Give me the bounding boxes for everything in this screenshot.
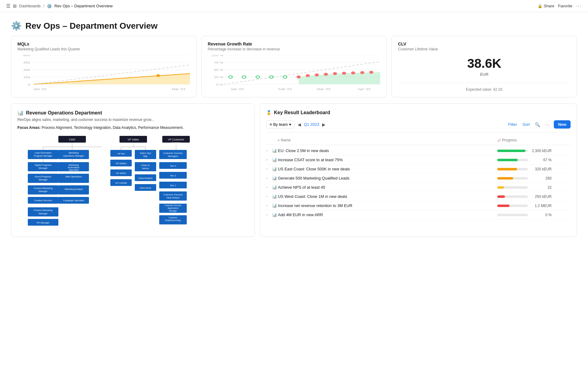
revenue-growth-chart: 100 % 75 % 50 % 25 % 0 %	[208, 55, 380, 92]
row-progress: 22	[497, 185, 571, 190]
grid-icon[interactable]: ⊞	[13, 3, 17, 9]
svg-text:75 %: 75 %	[214, 61, 223, 64]
svg-text:Manager: Manager	[39, 190, 48, 193]
svg-text:Customer Success: Customer Success	[164, 152, 183, 154]
page-header-icon: ⚙️	[11, 21, 22, 31]
table-row[interactable]: • 📊 Increase CSAT score to at least 75% …	[266, 155, 571, 165]
dashboards-link[interactable]: Dashboards	[19, 4, 41, 8]
lock-icon: 🔒	[538, 4, 542, 8]
progress-value: 250 kEUR	[530, 194, 552, 199]
svg-point-11	[156, 74, 160, 77]
progress-bar-fill	[497, 168, 517, 170]
svg-point-33	[324, 73, 328, 76]
row-progress: 67 %	[497, 158, 571, 162]
next-quarter-button[interactable]: ▶	[320, 122, 327, 128]
progress-bar-fill	[497, 186, 504, 189]
svg-text:Operations Manager: Operations Manager	[63, 154, 84, 157]
favorite-button[interactable]: Favorite	[558, 4, 572, 8]
hamburger-icon[interactable]: ☰	[6, 3, 10, 9]
svg-rect-105	[135, 162, 156, 171]
filter-button[interactable]: Filter	[506, 121, 519, 128]
svg-text:Enablement Mngr: Enablement Mngr	[165, 219, 181, 222]
svg-text:Apr '23: Apr '23	[358, 87, 370, 90]
dept-title-text: Revenue Operations Department	[26, 110, 102, 116]
leaderboard-table: ≡ Name 📈 Progress • 📊 EU: Close 2.5M in …	[266, 137, 571, 220]
progress-bar-wrap	[497, 214, 528, 216]
svg-text:VP APAC: VP APAC	[116, 172, 126, 175]
clv-currency: EUR	[398, 72, 571, 77]
svg-text:450: 450	[23, 61, 30, 64]
table-row[interactable]: • 📊 US East Coast: Close 500K in new dea…	[266, 165, 571, 174]
clv-value: 38.6K	[398, 56, 571, 71]
leaderboard-icon: 🏅	[266, 110, 271, 115]
mqls-title: MQLs	[17, 42, 190, 46]
svg-point-36	[351, 72, 355, 74]
svg-text:Tier 1: Tier 1	[170, 184, 176, 187]
dept-focus: Focus Areas: Process Alignment, Technolo…	[17, 125, 248, 130]
svg-rect-113	[159, 150, 187, 159]
svg-text:Marketing Analyst: Marketing Analyst	[64, 188, 83, 191]
svg-text:Digital Programs: Digital Programs	[35, 164, 52, 166]
mqls-chart: 600 450 300 150 0 Jan '23 Mar '23	[17, 55, 190, 92]
more-options-button[interactable]: ···	[543, 121, 552, 128]
row-name: US East Coast: Close 500K in new deals	[278, 167, 497, 171]
row-progress: 260	[497, 176, 571, 180]
share-label: Share	[544, 4, 554, 8]
svg-text:VP Customer: VP Customer	[168, 138, 184, 141]
svg-point-32	[315, 74, 318, 76]
progress-bar-fill	[497, 177, 513, 180]
progress-bar-wrap	[497, 150, 528, 152]
focus-label: Focus Areas:	[17, 125, 41, 130]
prev-quarter-button[interactable]: ◀	[296, 122, 303, 128]
svg-text:Data Analyst: Data Analyst	[139, 177, 153, 180]
progress-value: 0 %	[530, 213, 552, 217]
search-button[interactable]: 🔍	[534, 121, 541, 128]
row-progress: 320 kEUR	[497, 167, 571, 171]
by-team-label: By team	[273, 122, 288, 127]
svg-text:50 %: 50 %	[214, 68, 223, 71]
dept-icon: 📊	[17, 110, 24, 116]
progress-bar-wrap	[497, 159, 528, 161]
svg-text:150: 150	[23, 75, 30, 79]
progress-bar-fill	[497, 205, 509, 207]
row-name: Achieve NPS of at least 45	[278, 185, 497, 190]
dept-description: RevOps aligns sales, marketing, and cust…	[17, 118, 248, 122]
table-row[interactable]: • 📊 EU: Close 2.5M in new deals 2,300 kE…	[266, 146, 571, 155]
svg-text:100 %: 100 %	[211, 55, 223, 57]
svg-point-34	[333, 72, 337, 75]
svg-text:Content Marketing: Content Marketing	[34, 187, 52, 190]
new-button[interactable]: New	[554, 120, 571, 129]
svg-text:Tier 3: Tier 3	[170, 165, 176, 167]
share-button[interactable]: 🔒 Share	[538, 4, 554, 8]
toolbar-right: Filter Sort 🔍 ··· New	[506, 120, 571, 129]
progress-bar-fill	[497, 150, 525, 152]
page-icon-nav: ⚙️	[47, 4, 52, 9]
table-row[interactable]: • 📊 Generate 500 Marketing Qualified Lea…	[266, 174, 571, 183]
more-options-button[interactable]: ···	[576, 3, 582, 9]
leaderboard-header: 🏅 Key Result Leaderboard	[266, 110, 571, 115]
svg-text:Sales Ops: Sales Ops	[140, 152, 151, 154]
progress-value: 2,300 kEUR	[530, 149, 552, 153]
table-row[interactable]: • 📊 Add 4M EUR in new ARR 0 %	[266, 210, 571, 220]
svg-text:Managers: Managers	[168, 155, 178, 158]
toolbar-left: ≡ By team ▾ ◀ Q1 2023 ▶	[266, 120, 505, 129]
svg-point-31	[306, 74, 310, 77]
svg-text:Customer Success: Customer Success	[165, 204, 182, 206]
svg-rect-102	[135, 150, 156, 159]
svg-rect-122	[159, 191, 187, 201]
table-header: ≡ Name 📈 Progress	[266, 137, 571, 145]
row-progress: 0 %	[497, 213, 571, 217]
svg-text:Manager: Manager	[169, 210, 177, 212]
table-row[interactable]: • 📊 Increase net revenue retention to 3M…	[266, 201, 571, 210]
svg-text:VP NA: VP NA	[117, 152, 125, 155]
breadcrumb-area: ☰ ⊞ Dashboards / ⚙️ Rev Ops – Department…	[6, 3, 535, 9]
sort-icon: ≡	[278, 139, 280, 142]
sort-button[interactable]: Sort	[521, 121, 532, 128]
table-row[interactable]: • 📊 Achieve NPS of at least 45 22	[266, 183, 571, 192]
progress-value: 320 kEUR	[530, 167, 552, 171]
svg-text:VP Sales: VP Sales	[128, 138, 139, 141]
by-team-button[interactable]: ≡ By team ▾	[266, 120, 294, 129]
table-row[interactable]: • 📊 US West Coast: Close 1M in new deals…	[266, 192, 571, 201]
svg-text:Mgr: Mgr	[143, 155, 148, 158]
svg-text:300: 300	[23, 68, 30, 71]
